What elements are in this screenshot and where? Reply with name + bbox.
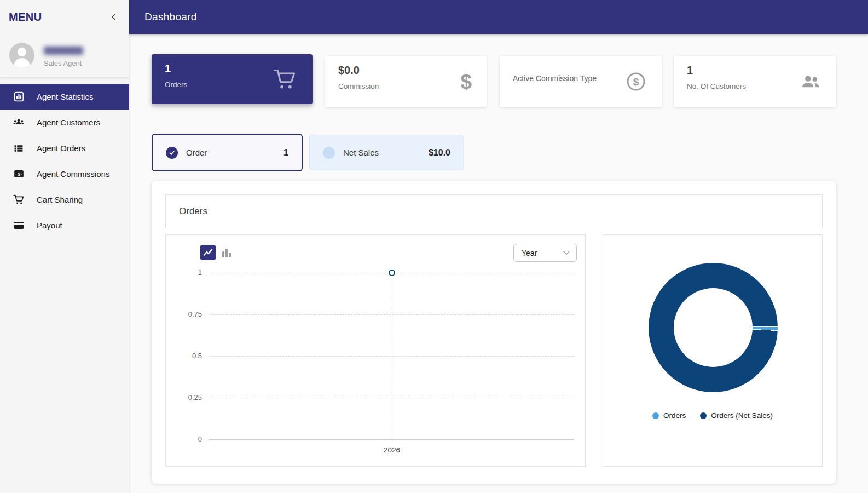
gridline-x-2026 bbox=[392, 273, 392, 439]
stat-label: Commission bbox=[338, 82, 379, 90]
svg-text:$: $ bbox=[17, 171, 20, 177]
user-block: Sales Agent bbox=[0, 34, 129, 78]
customers-icon bbox=[800, 71, 821, 92]
filter-chip-order[interactable]: Order 1 bbox=[152, 134, 303, 171]
legend-item-orders[interactable]: Orders bbox=[652, 411, 686, 420]
orders-line-chart: Year 1 0.75 0.5 0.25 0 2026 bbox=[165, 234, 586, 467]
unchecked-circle-icon bbox=[323, 147, 335, 159]
stat-value: 1 bbox=[687, 64, 693, 77]
user-role: Sales Agent bbox=[44, 59, 82, 67]
period-select-value: Year bbox=[522, 249, 537, 257]
line-chart-icon bbox=[202, 247, 213, 258]
y-tick-label: 0.5 bbox=[176, 352, 202, 360]
donut-hole bbox=[674, 288, 753, 367]
monetization-icon: $ bbox=[626, 71, 646, 92]
stat-label: Orders bbox=[165, 81, 187, 89]
legend-dot-light-blue bbox=[652, 412, 659, 419]
stat-card-customers[interactable]: 1 No. Of Customers bbox=[674, 56, 836, 107]
legend-label: Orders bbox=[663, 411, 686, 420]
sidebar-item-label: Agent Statistics bbox=[37, 92, 93, 101]
sidebar-item-label: Agent Customers bbox=[37, 118, 100, 127]
orders-panel-header: Orders bbox=[165, 194, 823, 228]
chevron-down-icon bbox=[563, 251, 570, 255]
y-tick-label: 0 bbox=[176, 435, 202, 443]
sidebar-item-label: Payout bbox=[37, 221, 62, 230]
line-chart-toggle-button[interactable] bbox=[200, 245, 216, 260]
cart-icon bbox=[273, 67, 297, 91]
sidebar-item-agent-orders[interactable]: Agent Orders bbox=[0, 135, 129, 161]
sidebar-collapse-button[interactable] bbox=[107, 10, 120, 24]
legend-label: Orders (Net Sales) bbox=[711, 411, 773, 420]
donut-legend: Orders Orders (Net Sales) bbox=[603, 411, 822, 420]
chip-label: Order bbox=[186, 148, 207, 157]
x-tick-label: 2026 bbox=[375, 446, 408, 454]
gridline-y-075 bbox=[209, 314, 574, 315]
avatar-head bbox=[18, 48, 26, 56]
chip-value: $10.0 bbox=[429, 148, 450, 158]
x-axis-line bbox=[209, 439, 574, 440]
sidebar-nav: Agent Statistics Agent Customers Agent O… bbox=[0, 84, 129, 238]
y-tick-label: 0.25 bbox=[176, 393, 202, 402]
y-tick-label: 1 bbox=[176, 268, 202, 277]
chevron-left-icon bbox=[110, 13, 118, 21]
filter-chip-net-sales[interactable]: Net Sales $10.0 bbox=[309, 135, 464, 170]
data-point-2026 bbox=[389, 270, 395, 276]
svg-text:$: $ bbox=[633, 76, 639, 88]
orders-panel-title: Orders bbox=[179, 206, 207, 217]
chip-label: Net Sales bbox=[343, 148, 379, 157]
y-axis-line bbox=[209, 273, 209, 439]
credit-card-icon bbox=[12, 219, 25, 232]
check-circle-icon bbox=[166, 147, 178, 159]
stat-label: Active Commission Type bbox=[513, 74, 597, 83]
sidebar-item-label: Agent Commissions bbox=[37, 169, 109, 179]
sidebar-item-agent-statistics[interactable]: Agent Statistics bbox=[0, 84, 129, 110]
dashboard-app: MENU Sales Agent Agent Statistics bbox=[0, 0, 868, 493]
sidebar-item-label: Agent Orders bbox=[37, 144, 85, 153]
stat-card-active-commission-type[interactable]: Active Commission Type $ bbox=[500, 56, 662, 107]
sidebar-item-agent-commissions[interactable]: $ Agent Commissions bbox=[0, 161, 129, 187]
people-group-icon bbox=[12, 116, 25, 129]
bar-chart-icon bbox=[12, 90, 25, 104]
stat-label: No. Of Customers bbox=[687, 82, 746, 90]
gridline-y-025 bbox=[209, 398, 574, 398]
x-axis-tick bbox=[392, 439, 392, 443]
orders-donut-chart: Orders Orders (Net Sales) bbox=[603, 234, 823, 467]
orders-panel: Orders Year bbox=[152, 181, 836, 484]
dollar-icon: $ bbox=[460, 72, 472, 92]
sidebar-item-label: Cart Sharing bbox=[37, 195, 83, 204]
stat-value: $0.0 bbox=[338, 64, 360, 77]
menu-title: MENU bbox=[9, 11, 42, 24]
stat-value: 1 bbox=[165, 62, 171, 75]
avatar bbox=[9, 43, 34, 68]
sidebar-item-cart-sharing[interactable]: Cart Sharing bbox=[0, 187, 129, 213]
sidebar-header: MENU bbox=[0, 0, 129, 34]
chip-value: 1 bbox=[283, 148, 288, 158]
bar-chart-icon bbox=[222, 248, 233, 257]
money-icon: $ bbox=[12, 168, 25, 181]
topbar: Dashboard bbox=[129, 0, 868, 34]
bar-chart-toggle-button[interactable] bbox=[222, 248, 233, 257]
page-title: Dashboard bbox=[144, 11, 197, 23]
stat-card-orders[interactable]: 1 Orders bbox=[152, 54, 313, 104]
stat-card-commission[interactable]: $0.0 Commission $ bbox=[325, 56, 487, 107]
legend-item-orders-net-sales[interactable]: Orders (Net Sales) bbox=[700, 411, 773, 420]
avatar-body bbox=[14, 58, 30, 68]
sidebar-item-payout[interactable]: Payout bbox=[0, 213, 129, 238]
gridline-y-05 bbox=[209, 356, 574, 357]
user-name-redacted bbox=[44, 47, 83, 55]
sidebar: MENU Sales Agent Agent Statistics bbox=[0, 0, 129, 493]
legend-dot-dark-blue bbox=[700, 412, 707, 419]
y-tick-label: 0.75 bbox=[176, 310, 202, 318]
list-icon bbox=[12, 142, 25, 155]
period-select[interactable]: Year bbox=[513, 244, 577, 262]
sidebar-item-agent-customers[interactable]: Agent Customers bbox=[0, 110, 129, 135]
cart-icon bbox=[12, 193, 25, 207]
